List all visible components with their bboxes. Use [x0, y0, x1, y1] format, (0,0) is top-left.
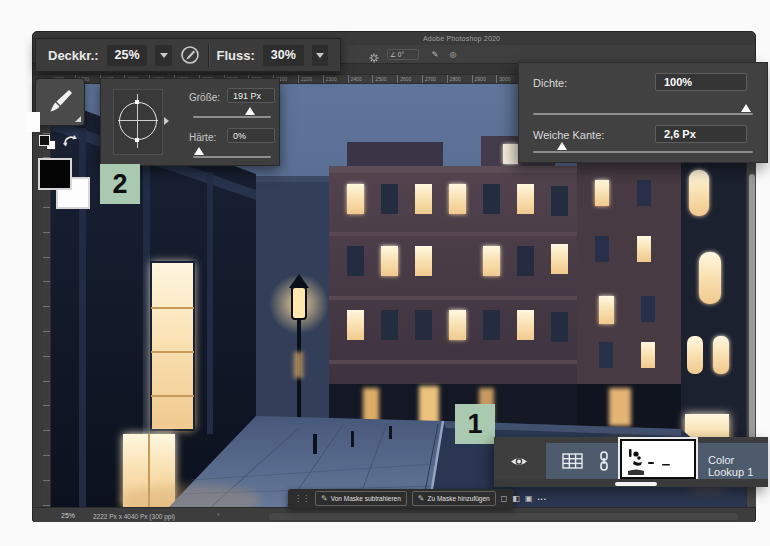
brush-minus-icon: ✎: [321, 494, 328, 504]
brush-angle-field[interactable]: ∠ 0°: [387, 49, 419, 60]
brush-plus-icon: ✎: [418, 494, 425, 504]
brush-icon: [45, 87, 75, 117]
document-info: 2222 Px x 4040 Px (300 ppi): [93, 513, 175, 520]
hardness-slider[interactable]: [193, 156, 271, 158]
status-bar: 25% 2222 Px x 4040 Px (300 ppi) ›: [33, 507, 755, 522]
opacity-label: Deckkr.:: [48, 48, 99, 63]
brush-tool-button[interactable]: [35, 78, 85, 126]
feather-slider[interactable]: [533, 151, 753, 153]
more-options-button[interactable]: •••: [537, 496, 546, 502]
subtract-from-mask-button[interactable]: ✎ Von Maske subtrahieren: [315, 491, 407, 506]
density-slider[interactable]: [533, 113, 753, 115]
size-label: Größe:: [189, 92, 220, 103]
size-slider-thumb[interactable]: [245, 107, 255, 115]
angle-value: 0°: [398, 51, 404, 58]
window-title: Adobe Photoshop 2020: [423, 35, 500, 42]
export-mask-icon[interactable]: ◻: [501, 494, 508, 504]
zoom-level[interactable]: 25%: [61, 512, 75, 519]
flow-field[interactable]: 30%: [263, 45, 304, 66]
page-gap: [25, 112, 40, 132]
brush-settings-popup: Größe: 191 Px Härte: 0%: [100, 78, 280, 166]
gear-icon[interactable]: [369, 49, 379, 59]
drag-handle-icon[interactable]: ⋮⋮: [294, 495, 310, 503]
eye-icon[interactable]: [510, 456, 528, 467]
density-field[interactable]: 100%: [655, 73, 747, 91]
options-divider: [208, 43, 209, 67]
tool-flyout-icon: [75, 116, 81, 122]
invert-mask-icon[interactable]: ◧: [512, 494, 520, 504]
default-colors-icon[interactable]: [38, 134, 56, 152]
flow-dropdown[interactable]: [312, 45, 328, 66]
brush-preview[interactable]: [113, 89, 163, 155]
size-slider[interactable]: [193, 116, 271, 118]
foreground-color-swatch[interactable]: [38, 158, 72, 190]
layer-row-color-lookup[interactable]: Color Lookup 1: [546, 443, 768, 479]
chevron-down-icon: [316, 53, 324, 58]
density-label: Dichte:: [533, 77, 567, 89]
layer-name: Color Lookup 1: [708, 454, 768, 478]
opacity-dropdown[interactable]: [155, 45, 171, 66]
brush-options-overlay: Deckkr.: 25% Fluss: 30%: [35, 38, 341, 72]
hardness-field[interactable]: 0%: [227, 128, 275, 143]
step-badge-2: 2: [100, 164, 140, 204]
brush-shape-circle: [119, 102, 157, 140]
brush-angle-marker[interactable]: [164, 117, 169, 125]
size-field[interactable]: 191 Px: [227, 88, 275, 103]
angle-icon: ∠: [390, 51, 396, 59]
feather-label: Weiche Kante:: [533, 129, 604, 141]
pressure-opacity-icon[interactable]: ✎: [429, 48, 441, 60]
add-to-mask-button[interactable]: ✎ Zu Maske hinzufügen: [412, 491, 496, 506]
airbrush-icon[interactable]: [180, 45, 200, 65]
horizontal-scrollbar[interactable]: [268, 512, 739, 521]
apply-mask-icon[interactable]: ▣: [525, 494, 533, 504]
adjustment-grid-icon[interactable]: [562, 453, 583, 469]
opacity-field[interactable]: 25%: [107, 45, 148, 66]
layer-mask-thumbnail[interactable]: [620, 439, 696, 479]
page: Adobe Photoshop 2020 Glättung ∠ 0° ✎ ◎ 1…: [0, 0, 770, 546]
status-chevron-icon[interactable]: ›: [217, 511, 219, 518]
mask-properties-panel: Dichte: 100% Weiche Kante: 2,6 Px: [518, 62, 768, 163]
layer-visibility-cell: [494, 443, 546, 479]
brush-handle-top[interactable]: [135, 100, 139, 104]
density-slider-thumb[interactable]: [741, 104, 751, 112]
pressure-size-icon[interactable]: ◎: [447, 48, 459, 60]
step-badge-1: 1: [455, 404, 495, 444]
mask-link-icon[interactable]: [598, 451, 610, 471]
feather-slider-thumb[interactable]: [557, 142, 567, 150]
brush-handle-bottom[interactable]: [135, 138, 139, 142]
swap-colors-icon[interactable]: [62, 134, 78, 148]
feather-field[interactable]: 2,6 Px: [655, 125, 747, 143]
layers-panel-overlay: Color Lookup 1: [494, 437, 768, 487]
layers-scrollbar[interactable]: [615, 482, 657, 486]
flow-label: Fluss:: [217, 48, 255, 63]
mask-edit-toolbar: ⋮⋮ ✎ Von Maske subtrahieren ✎ Zu Maske h…: [288, 489, 514, 508]
hardness-label: Härte:: [189, 132, 216, 143]
color-swatches: [38, 134, 92, 210]
hardness-slider-thumb[interactable]: [194, 147, 204, 155]
chevron-down-icon: [160, 53, 168, 58]
